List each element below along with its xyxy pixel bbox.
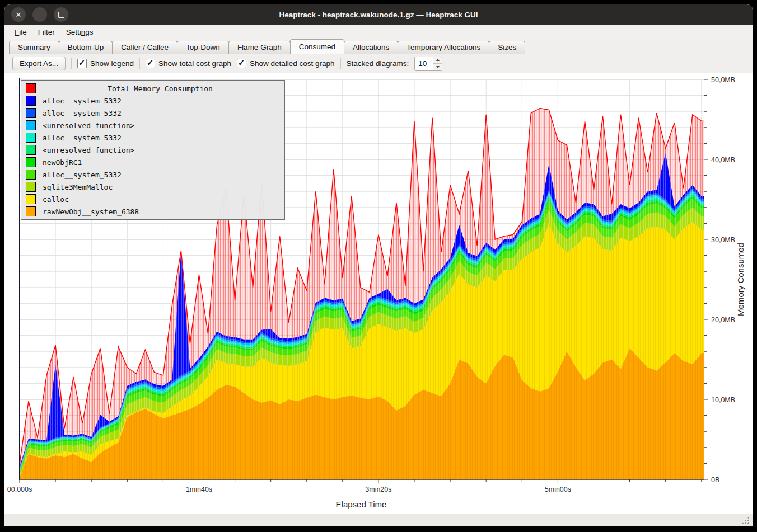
checkbox-label: Show total cost graph bbox=[158, 59, 231, 68]
legend-item: alloc__system_5332 bbox=[21, 95, 284, 107]
checkbox-icon[interactable] bbox=[237, 59, 246, 68]
legend-label: sqlite3MemMalloc bbox=[36, 183, 113, 191]
tab-flame-graph[interactable]: Flame Graph bbox=[228, 41, 291, 54]
legend-label: calloc bbox=[36, 195, 69, 204]
svg-text:20,0MB: 20,0MB bbox=[711, 316, 735, 324]
legend-label: <unresolved function> bbox=[36, 121, 134, 130]
toolbar-separator bbox=[71, 58, 72, 69]
legend-item: rawNewObj__system_6388 bbox=[21, 205, 284, 218]
svg-text:Memory Consumed: Memory Consumed bbox=[736, 243, 745, 316]
consumed-chart-panel: Total Memory Consumptionalloc__system_53… bbox=[4, 73, 753, 514]
legend-label: alloc__system_5332 bbox=[36, 97, 122, 105]
legend-swatch bbox=[26, 170, 36, 180]
legend-label: newObjRC1 bbox=[36, 158, 82, 167]
titlebar: ✕ Heaptrack - heaptrack.wakunode.1.gz — … bbox=[4, 4, 753, 25]
checkbox-label: Show detailed cost graph bbox=[250, 59, 335, 68]
tab-allocations[interactable]: Allocations bbox=[344, 41, 398, 54]
tab-top-down[interactable]: Top-Down bbox=[177, 41, 229, 54]
tabbar: Summary Bottom-Up Caller / Callee Top-Do… bbox=[4, 39, 753, 54]
svg-text:3min20s: 3min20s bbox=[365, 486, 391, 493]
tab-caller-callee[interactable]: Caller / Callee bbox=[112, 41, 177, 54]
svg-text:40,0MB: 40,0MB bbox=[711, 156, 735, 164]
legend-label: alloc__system_5332 bbox=[36, 109, 122, 117]
close-icon[interactable]: ✕ bbox=[11, 7, 26, 22]
heaptrack-window: ✕ Heaptrack - heaptrack.wakunode.1.gz — … bbox=[4, 4, 753, 526]
show-detailed-cost-checkbox[interactable]: Show detailed cost graph bbox=[237, 59, 335, 68]
minimize-icon[interactable] bbox=[32, 7, 47, 22]
legend-swatch bbox=[26, 96, 36, 106]
legend-swatch bbox=[26, 120, 36, 130]
menubar: File Filter Settings bbox=[4, 25, 753, 39]
legend-swatch bbox=[26, 108, 36, 118]
legend-label: alloc__system_5332 bbox=[36, 134, 122, 142]
toolbar: Export As... Show legend Show total cost… bbox=[4, 54, 753, 73]
legend-item: Total Memory Consumption bbox=[21, 82, 284, 95]
x-axis: 00.000s1min40s3min20s5min00sElapsed Time bbox=[7, 479, 702, 509]
legend-item: alloc__system_5332 bbox=[21, 131, 284, 144]
stacked-diagrams-label: Stacked diagrams: bbox=[347, 59, 409, 68]
chart-legend: Total Memory Consumptionalloc__system_53… bbox=[21, 80, 285, 220]
tab-bottom-up[interactable]: Bottom-Up bbox=[59, 41, 113, 54]
legend-item: alloc__system_5332 bbox=[21, 107, 284, 119]
checkbox-label: Show legend bbox=[90, 59, 134, 68]
tab-summary[interactable]: Summary bbox=[9, 41, 59, 54]
svg-text:Elapsed Time: Elapsed Time bbox=[336, 500, 387, 509]
legend-swatch bbox=[26, 145, 36, 155]
legend-label: <unresolved function> bbox=[36, 146, 134, 154]
menu-settings[interactable]: Settings bbox=[60, 26, 99, 38]
legend-label: Total Memory Consumption bbox=[36, 84, 284, 93]
show-legend-checkbox[interactable]: Show legend bbox=[77, 59, 134, 68]
tab-consumed[interactable]: Consumed bbox=[290, 39, 344, 54]
spinner-down-icon[interactable] bbox=[433, 64, 442, 70]
legend-label: alloc__system_5332 bbox=[36, 171, 122, 179]
svg-text:10,0MB: 10,0MB bbox=[711, 396, 735, 404]
svg-text:5min00s: 5min00s bbox=[545, 486, 571, 493]
desktop-frame: ✕ Heaptrack - heaptrack.wakunode.1.gz — … bbox=[0, 0, 757, 532]
legend-item: <unresolved function> bbox=[21, 144, 284, 156]
stacked-diagrams-stepper[interactable]: 10 bbox=[414, 57, 442, 71]
legend-swatch bbox=[26, 83, 36, 93]
resize-grip-icon[interactable] bbox=[741, 516, 749, 524]
legend-item: <unresolved function> bbox=[21, 119, 284, 131]
menu-filter[interactable]: Filter bbox=[32, 26, 60, 38]
legend-label: rawNewObj__system_6388 bbox=[36, 208, 139, 216]
window-controls: ✕ bbox=[4, 7, 68, 22]
checkbox-icon[interactable] bbox=[77, 59, 87, 68]
legend-swatch bbox=[26, 133, 36, 143]
legend-swatch bbox=[26, 157, 36, 167]
legend-item: alloc__system_5332 bbox=[21, 168, 284, 181]
svg-text:00.000s: 00.000s bbox=[7, 486, 32, 493]
status-bar bbox=[4, 514, 753, 526]
export-as-button[interactable]: Export As... bbox=[12, 57, 66, 70]
legend-item: newObjRC1 bbox=[21, 156, 284, 168]
toolbar-separator bbox=[139, 58, 140, 69]
legend-item: sqlite3MemMalloc bbox=[21, 181, 284, 193]
toolbar-separator bbox=[340, 58, 341, 69]
show-total-cost-checkbox[interactable]: Show total cost graph bbox=[146, 59, 231, 68]
svg-text:0B: 0B bbox=[711, 476, 719, 484]
stacked-diagrams-value[interactable]: 10 bbox=[415, 57, 433, 70]
window-title: Heaptrack - heaptrack.wakunode.1.gz — He… bbox=[4, 11, 753, 19]
menu-file[interactable]: File bbox=[9, 26, 32, 38]
checkbox-icon[interactable] bbox=[146, 59, 155, 68]
tab-temporary-allocations[interactable]: Temporary Allocations bbox=[398, 41, 489, 54]
spinner-up-icon[interactable] bbox=[433, 57, 442, 64]
tab-sizes[interactable]: Sizes bbox=[489, 41, 525, 54]
y-axis: 0B10,0MB20,0MB30,0MB40,0MB50,0MBMemory C… bbox=[704, 76, 745, 484]
legend-swatch bbox=[26, 206, 36, 216]
svg-text:30,0MB: 30,0MB bbox=[711, 236, 735, 244]
svg-text:50,0MB: 50,0MB bbox=[711, 76, 735, 84]
svg-text:1min40s: 1min40s bbox=[186, 486, 212, 493]
maximize-icon[interactable] bbox=[54, 7, 68, 22]
legend-swatch bbox=[26, 194, 36, 204]
legend-item: calloc bbox=[21, 193, 284, 205]
legend-swatch bbox=[26, 182, 36, 192]
